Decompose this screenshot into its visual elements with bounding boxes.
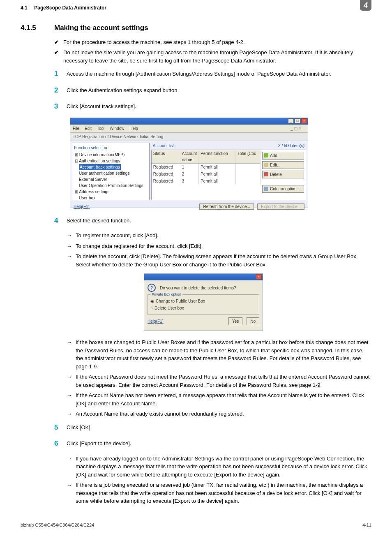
toolbar-text[interactable]: TOP Registration of Device Network Initi… — [73, 134, 163, 139]
arrow-icon: → — [67, 410, 76, 418]
table-header-row: Status Account name Permit function Tota… — [152, 150, 261, 164]
col-total[interactable]: Total (Cou — [236, 150, 261, 163]
no-button[interactable]: No — [247, 317, 259, 325]
function-tree-panel: Function selection : ⊞ Device informatio… — [72, 143, 150, 200]
screenshot-delete-dialog: × ? Do you want to delete the selected i… — [144, 273, 263, 331]
sub-text: If the boxes are changed to Public User … — [76, 338, 371, 370]
step-1: 1 Access the machine through [Authentica… — [54, 69, 371, 79]
tree-user-op-prohibit[interactable]: User Operation Prohibition Settings — [74, 183, 148, 189]
step-number: 2 — [54, 85, 67, 96]
prereq-text: Do not leave the site while you are gain… — [63, 49, 371, 65]
sub-text: If you have already logged on to the Adm… — [76, 455, 371, 479]
step-6-subitems: → If you have already logged on to the A… — [67, 455, 371, 505]
screenshot-account-list-window: _ □ × File Edit Tool Window Help – ▢ × T… — [70, 118, 308, 208]
table-row[interactable]: Registered 2 Permit all — [152, 171, 261, 178]
arrow-icon: → — [67, 231, 76, 240]
arrow-icon: → — [67, 391, 76, 407]
step-number: 4 — [54, 215, 67, 226]
sub-text: If there is a job being executed or a re… — [76, 481, 371, 505]
step-6: 6 Click [Export to the device]. — [54, 438, 371, 449]
header-section-no: 4.1 — [21, 5, 28, 11]
menu-help[interactable]: Help — [129, 126, 138, 131]
window-titlebar: _ □ × — [70, 118, 308, 125]
sub-item: → If the Account Name has not been enter… — [67, 391, 371, 407]
column-icon — [264, 187, 268, 191]
delete-icon — [264, 172, 268, 176]
account-table: Status Account name Permit function Tota… — [151, 150, 306, 200]
arrow-icon: → — [67, 338, 76, 370]
question-icon: ? — [148, 284, 156, 292]
step-5: 5 Click [OK]. — [54, 422, 371, 433]
account-list-header: Account list : 3 / 500 item(s) — [151, 143, 306, 149]
add-button[interactable]: Add... — [262, 152, 304, 160]
tree-address-settings[interactable]: ⊞ Address settings — [74, 189, 148, 195]
prereq-item: ✔ Do not leave the site while you are ga… — [54, 49, 371, 65]
menu-window[interactable]: Window — [110, 126, 125, 131]
header-left: 4.1 PageScope Data Administrator — [21, 4, 106, 12]
check-icon: ✔ — [54, 49, 63, 65]
sub-item: → To register the account, click [Add]. — [67, 231, 371, 240]
account-count: 3 / 500 item(s) — [278, 143, 304, 149]
maximize-button[interactable]: □ — [295, 118, 300, 123]
tree-user-auth[interactable]: User authentication settings — [74, 170, 148, 176]
chapter-tab: 4 — [360, 0, 371, 11]
sub-text: To change data registered for the accoun… — [76, 242, 203, 250]
step-text: Access the machine through [Authenticati… — [67, 69, 332, 79]
dialog-titlebar: × — [144, 274, 263, 280]
sub-item: → An Account Name that already exists ca… — [67, 410, 371, 418]
delete-button[interactable]: Delete — [262, 171, 304, 178]
sub-item: → If the Account Password does not meet … — [67, 373, 371, 389]
sub-item: → If you have already logged on to the A… — [67, 455, 371, 479]
account-list-label: Account list : — [153, 143, 176, 149]
menu-file[interactable]: File — [73, 126, 79, 131]
menu-tool[interactable]: Tool — [97, 126, 104, 131]
tree-device-info[interactable]: ⊞ Device information(MFP) — [74, 152, 148, 158]
col-status[interactable]: Status — [152, 150, 180, 163]
table-row[interactable]: Registered 3 Permit all — [152, 178, 261, 185]
sub-text: An Account Name that already exists cann… — [76, 410, 244, 418]
yes-button[interactable]: Yes — [228, 317, 242, 325]
close-button[interactable]: × — [301, 118, 307, 123]
section-heading: 4.1.5 Making the account settings — [21, 23, 371, 33]
edit-icon — [264, 163, 268, 167]
tree-account-track[interactable]: Account track settings — [74, 164, 148, 170]
step-4-subitems: → To register the account, click [Add]. … — [67, 231, 371, 268]
sub-text: If the Account Password does not meet th… — [76, 373, 371, 389]
tree-external-server[interactable]: External Server — [74, 176, 148, 183]
radio-delete-box[interactable]: ○ Delete User box — [150, 305, 256, 311]
step-text: Click [OK]. — [67, 422, 92, 433]
dialog-message: Do you want to delete the selected items… — [160, 285, 236, 291]
col-permit-function[interactable]: Permit function — [199, 150, 236, 163]
sub-item: → If the boxes are changed to Public Use… — [67, 338, 371, 370]
arrow-icon: → — [67, 481, 76, 505]
step-number: 6 — [54, 438, 67, 449]
close-button[interactable]: × — [256, 274, 262, 279]
tree-auth-settings[interactable]: ⊟ Authentication settings — [74, 158, 148, 164]
group-title: Private box option — [150, 292, 182, 298]
refresh-button[interactable]: Refresh from the device... — [199, 204, 254, 210]
table-row[interactable]: Registered 1 Permit all — [152, 164, 261, 171]
help-link[interactable]: Help(F1) — [148, 318, 164, 324]
window-bottom-bar: Help(F1) Refresh from the device... Expo… — [70, 202, 308, 211]
toolbar: TOP Registration of Device Network Initi… — [70, 133, 308, 141]
private-box-option-group: Private box option ◉ Change to Public Us… — [148, 294, 259, 315]
radio-selected-icon: ◉ — [150, 298, 154, 304]
edit-button[interactable]: Edit... — [262, 161, 304, 169]
prerequisites: ✔ For the procedure to access the machin… — [54, 38, 371, 65]
export-button[interactable]: Export to the device... — [257, 204, 304, 210]
step-4-subitems-b: → If the boxes are changed to Public Use… — [67, 338, 371, 418]
sub-item: → To change data registered for the acco… — [67, 242, 371, 250]
arrow-icon: → — [67, 252, 76, 268]
step-text: Click [Account track settings]. — [67, 101, 136, 112]
help-link[interactable]: Help(F1) — [74, 204, 90, 210]
sub-text: To delete the account, click [Delete]. T… — [76, 252, 371, 268]
menu-edit[interactable]: Edit — [85, 126, 92, 131]
section-title: Making the account settings — [54, 23, 148, 33]
radio-change-public[interactable]: ◉ Change to Public User Box — [150, 298, 256, 304]
col-account-name[interactable]: Account name — [180, 150, 199, 163]
check-icon: ✔ — [54, 38, 63, 46]
column-option-button[interactable]: Column option... — [262, 185, 304, 193]
menubar: File Edit Tool Window Help – ▢ × — [70, 125, 308, 133]
tree-user-box[interactable]: User box — [74, 195, 148, 200]
minimize-button[interactable]: _ — [288, 118, 294, 123]
